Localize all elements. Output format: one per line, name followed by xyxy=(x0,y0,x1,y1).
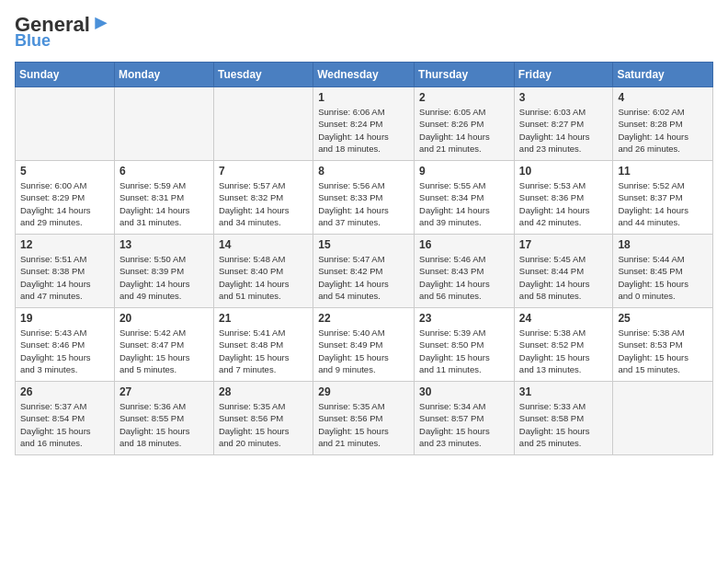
day-info: Sunrise: 5:33 AM Sunset: 8:58 PM Dayligh… xyxy=(519,400,609,449)
weekday-header-sunday: Sunday xyxy=(16,63,115,87)
day-number: 3 xyxy=(519,91,609,104)
day-info: Sunrise: 5:53 AM Sunset: 8:36 PM Dayligh… xyxy=(519,179,609,228)
calendar-cell: 29Sunrise: 5:35 AM Sunset: 8:56 PM Dayli… xyxy=(313,382,415,455)
calendar-cell: 5Sunrise: 6:00 AM Sunset: 8:29 PM Daylig… xyxy=(16,161,115,235)
day-info: Sunrise: 5:35 AM Sunset: 8:56 PM Dayligh… xyxy=(318,400,409,449)
weekday-header-thursday: Thursday xyxy=(415,63,515,87)
calendar-cell: 12Sunrise: 5:51 AM Sunset: 8:38 PM Dayli… xyxy=(16,235,115,308)
day-info: Sunrise: 5:38 AM Sunset: 8:52 PM Dayligh… xyxy=(519,327,609,375)
calendar-cell xyxy=(16,87,115,161)
calendar-cell: 10Sunrise: 5:53 AM Sunset: 8:36 PM Dayli… xyxy=(514,161,613,235)
calendar-cell: 2Sunrise: 6:05 AM Sunset: 8:26 PM Daylig… xyxy=(415,87,515,161)
calendar-cell: 23Sunrise: 5:39 AM Sunset: 8:50 PM Dayli… xyxy=(415,308,515,382)
svg-marker-0 xyxy=(95,17,107,29)
day-number: 20 xyxy=(119,312,209,325)
day-number: 14 xyxy=(219,238,308,251)
day-number: 17 xyxy=(519,238,609,251)
day-number: 5 xyxy=(20,165,109,178)
day-number: 31 xyxy=(519,385,609,398)
calendar-cell: 17Sunrise: 5:45 AM Sunset: 8:44 PM Dayli… xyxy=(514,235,613,308)
calendar-cell: 4Sunrise: 6:02 AM Sunset: 8:28 PM Daylig… xyxy=(613,87,713,161)
day-info: Sunrise: 5:47 AM Sunset: 8:42 PM Dayligh… xyxy=(318,253,409,302)
day-info: Sunrise: 5:39 AM Sunset: 8:50 PM Dayligh… xyxy=(419,327,509,375)
calendar-cell: 21Sunrise: 5:41 AM Sunset: 8:48 PM Dayli… xyxy=(213,308,313,382)
calendar-table: SundayMondayTuesdayWednesdayThursdayFrid… xyxy=(15,62,713,455)
day-info: Sunrise: 5:37 AM Sunset: 8:54 PM Dayligh… xyxy=(20,400,109,449)
calendar-cell: 31Sunrise: 5:33 AM Sunset: 8:58 PM Dayli… xyxy=(514,382,613,455)
day-info: Sunrise: 5:41 AM Sunset: 8:48 PM Dayligh… xyxy=(219,327,308,375)
calendar-cell xyxy=(114,87,213,161)
day-info: Sunrise: 5:59 AM Sunset: 8:31 PM Dayligh… xyxy=(119,179,209,228)
weekday-header-saturday: Saturday xyxy=(613,63,713,87)
page-header: General Blue xyxy=(15,15,713,51)
calendar-cell: 22Sunrise: 5:40 AM Sunset: 8:49 PM Dayli… xyxy=(313,308,415,382)
logo: General Blue xyxy=(15,15,110,51)
calendar-cell: 1Sunrise: 6:06 AM Sunset: 8:24 PM Daylig… xyxy=(313,87,415,161)
day-info: Sunrise: 5:43 AM Sunset: 8:46 PM Dayligh… xyxy=(20,327,109,375)
day-number: 19 xyxy=(20,312,109,325)
day-info: Sunrise: 6:02 AM Sunset: 8:28 PM Dayligh… xyxy=(618,106,708,155)
calendar-cell: 14Sunrise: 5:48 AM Sunset: 8:40 PM Dayli… xyxy=(213,235,313,308)
day-info: Sunrise: 5:44 AM Sunset: 8:45 PM Dayligh… xyxy=(618,253,708,302)
calendar-cell: 19Sunrise: 5:43 AM Sunset: 8:46 PM Dayli… xyxy=(16,308,115,382)
day-info: Sunrise: 5:46 AM Sunset: 8:43 PM Dayligh… xyxy=(419,253,509,302)
weekday-header-monday: Monday xyxy=(114,63,213,87)
calendar-cell: 27Sunrise: 5:36 AM Sunset: 8:55 PM Dayli… xyxy=(114,382,213,455)
day-number: 22 xyxy=(318,312,409,325)
day-number: 9 xyxy=(419,165,509,178)
calendar-cell: 20Sunrise: 5:42 AM Sunset: 8:47 PM Dayli… xyxy=(114,308,213,382)
day-number: 15 xyxy=(318,238,409,251)
day-number: 25 xyxy=(618,312,708,325)
day-number: 2 xyxy=(419,91,509,104)
day-number: 12 xyxy=(20,238,109,251)
day-number: 28 xyxy=(219,385,308,398)
day-info: Sunrise: 5:51 AM Sunset: 8:38 PM Dayligh… xyxy=(20,253,109,302)
day-info: Sunrise: 6:05 AM Sunset: 8:26 PM Dayligh… xyxy=(419,106,509,155)
calendar-cell xyxy=(613,382,713,455)
day-number: 11 xyxy=(618,165,708,178)
day-number: 8 xyxy=(318,165,409,178)
calendar-cell: 3Sunrise: 6:03 AM Sunset: 8:27 PM Daylig… xyxy=(514,87,613,161)
day-info: Sunrise: 6:00 AM Sunset: 8:29 PM Dayligh… xyxy=(20,179,109,228)
day-number: 30 xyxy=(419,385,509,398)
day-info: Sunrise: 5:36 AM Sunset: 8:55 PM Dayligh… xyxy=(119,400,209,449)
calendar-cell: 6Sunrise: 5:59 AM Sunset: 8:31 PM Daylig… xyxy=(114,161,213,235)
day-info: Sunrise: 5:48 AM Sunset: 8:40 PM Dayligh… xyxy=(219,253,308,302)
day-number: 1 xyxy=(318,91,409,104)
day-number: 26 xyxy=(20,385,109,398)
day-number: 16 xyxy=(419,238,509,251)
day-info: Sunrise: 5:45 AM Sunset: 8:44 PM Dayligh… xyxy=(519,253,609,302)
calendar-cell: 30Sunrise: 5:34 AM Sunset: 8:57 PM Dayli… xyxy=(415,382,515,455)
day-info: Sunrise: 5:38 AM Sunset: 8:53 PM Dayligh… xyxy=(618,327,708,375)
calendar-cell: 15Sunrise: 5:47 AM Sunset: 8:42 PM Dayli… xyxy=(313,235,415,308)
calendar-cell: 25Sunrise: 5:38 AM Sunset: 8:53 PM Dayli… xyxy=(613,308,713,382)
calendar-cell: 28Sunrise: 5:35 AM Sunset: 8:56 PM Dayli… xyxy=(213,382,313,455)
calendar-cell: 18Sunrise: 5:44 AM Sunset: 8:45 PM Dayli… xyxy=(613,235,713,308)
calendar-cell: 9Sunrise: 5:55 AM Sunset: 8:34 PM Daylig… xyxy=(415,161,515,235)
day-number: 6 xyxy=(119,165,209,178)
logo-flag-icon xyxy=(92,16,110,34)
day-info: Sunrise: 5:34 AM Sunset: 8:57 PM Dayligh… xyxy=(419,400,509,449)
day-number: 21 xyxy=(219,312,308,325)
day-info: Sunrise: 6:03 AM Sunset: 8:27 PM Dayligh… xyxy=(519,106,609,155)
day-info: Sunrise: 5:57 AM Sunset: 8:32 PM Dayligh… xyxy=(219,179,308,228)
day-info: Sunrise: 5:56 AM Sunset: 8:33 PM Dayligh… xyxy=(318,179,409,228)
day-number: 10 xyxy=(519,165,609,178)
day-number: 18 xyxy=(618,238,708,251)
day-number: 13 xyxy=(119,238,209,251)
day-info: Sunrise: 5:42 AM Sunset: 8:47 PM Dayligh… xyxy=(119,327,209,375)
calendar-cell xyxy=(213,87,313,161)
day-info: Sunrise: 6:06 AM Sunset: 8:24 PM Dayligh… xyxy=(318,106,409,155)
day-number: 27 xyxy=(119,385,209,398)
weekday-header-tuesday: Tuesday xyxy=(213,63,313,87)
day-info: Sunrise: 5:50 AM Sunset: 8:39 PM Dayligh… xyxy=(119,253,209,302)
calendar-cell: 13Sunrise: 5:50 AM Sunset: 8:39 PM Dayli… xyxy=(114,235,213,308)
calendar-cell: 7Sunrise: 5:57 AM Sunset: 8:32 PM Daylig… xyxy=(213,161,313,235)
day-number: 29 xyxy=(318,385,409,398)
day-number: 4 xyxy=(618,91,708,104)
calendar-cell: 8Sunrise: 5:56 AM Sunset: 8:33 PM Daylig… xyxy=(313,161,415,235)
day-number: 7 xyxy=(219,165,308,178)
weekday-header-friday: Friday xyxy=(514,63,613,87)
day-number: 23 xyxy=(419,312,509,325)
day-info: Sunrise: 5:55 AM Sunset: 8:34 PM Dayligh… xyxy=(419,179,509,228)
